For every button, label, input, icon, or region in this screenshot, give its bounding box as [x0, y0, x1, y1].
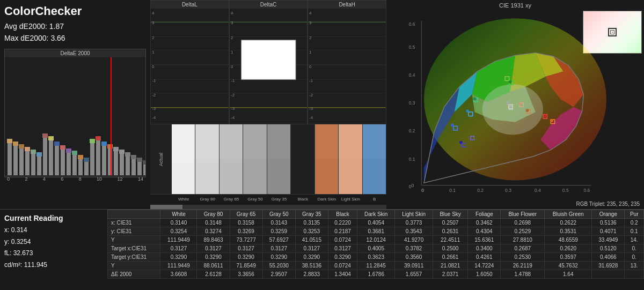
delta-h-panel: DeltaH 3 2 1 0: [308, 0, 386, 124]
cell-3-4: 0.3127: [295, 244, 328, 253]
scroll-bar[interactable]: [150, 205, 386, 209]
svg-text:0: 0: [152, 64, 155, 69]
svg-text:2: 2: [152, 35, 155, 40]
svg-text:0.2: 0.2: [409, 128, 415, 133]
svg-text:-2: -2: [309, 93, 313, 98]
data-table-wrapper[interactable]: WhiteGray 80Gray 65Gray 50Gray 35BlackDa…: [107, 210, 644, 290]
bar-item: [101, 142, 107, 175]
svg-text:3: 3: [152, 20, 155, 25]
cell-1-9: 0.4304: [468, 227, 501, 236]
cie-panel: CIE 1931 xy ⊡: [386, 0, 644, 209]
actual-patch-4: [267, 124, 291, 159]
cell-6-10: 1.4788: [501, 270, 545, 279]
bar-fill: [25, 151, 30, 175]
svg-text:-4: -4: [309, 115, 313, 120]
bar-item: [48, 136, 54, 175]
svg-text:4: 4: [152, 11, 155, 16]
bar-item: [60, 145, 65, 175]
bottom-section: Current Reading x: 0.314 y: 0.3254 fL: 3…: [0, 209, 644, 290]
svg-text:1: 1: [152, 50, 155, 55]
cell-5-7: 39.0911: [395, 262, 433, 270]
cell-4-13: 0.: [625, 253, 644, 262]
svg-text:0.1: 0.1: [409, 157, 415, 162]
cell-5-0: 111.9449: [160, 262, 197, 270]
cell-1-2: 0.3269: [230, 227, 262, 236]
cell-5-4: 38.5136: [295, 262, 328, 270]
cell-4-1: 0.3290: [197, 253, 230, 262]
svg-text:0: 0: [309, 64, 312, 69]
col-header-8: Light Skin: [395, 210, 433, 219]
color-swatch: [31, 150, 36, 154]
cell-4-9: 0.4261: [468, 253, 501, 262]
cell-6-4: 2.8833: [295, 270, 328, 279]
x-4: 4: [43, 176, 46, 182]
bar-item: [42, 133, 48, 175]
svg-text:1: 1: [309, 50, 312, 55]
y-value: y: 0.3254: [4, 236, 103, 248]
color-swatch: [72, 151, 77, 155]
cell-3-7: 0.3782: [395, 244, 433, 253]
target-patch-8: [363, 159, 386, 194]
cell-1-11: 0.3531: [545, 227, 592, 236]
cell-2-10: 27.8810: [501, 236, 545, 244]
cell-6-1: 2.6128: [197, 270, 230, 279]
bar-fill: [55, 146, 59, 175]
color-swatch: [143, 160, 145, 165]
svg-text:-1: -1: [309, 78, 313, 83]
color-swatch: [113, 147, 119, 151]
cell-2-9: 15.6361: [468, 236, 501, 244]
bar-fill: [84, 162, 89, 175]
cell-4-0: 0.3290: [160, 253, 197, 262]
bar-item: [19, 144, 24, 175]
bar-fill: [96, 140, 100, 175]
cie-svg: 0 0.1 0.2 0.3 0.4 0.5 0.6 0 0 0.1 0.2 0.…: [386, 11, 644, 193]
bar-item: [84, 158, 89, 175]
bar-item: [36, 152, 42, 175]
svg-text:0.1: 0.1: [449, 188, 456, 193]
bar-fill: [102, 146, 106, 175]
patch-gray80: Gray 80: [195, 195, 219, 205]
cell-6-6: 1.6786: [357, 270, 395, 279]
current-reading-values: x: 0.314 y: 0.3254 fL: 32.673 cd/m²: 111…: [4, 225, 103, 271]
svg-text:-1: -1: [152, 78, 156, 83]
chart-title: DeltaE 2000: [5, 49, 145, 57]
color-patches-row: Actual: [150, 124, 386, 194]
cell-5-6: 11.2845: [357, 262, 395, 270]
top-section: ColorChecker Avg dE2000: 1.87 Max dE2000…: [0, 0, 644, 209]
svg-text:0.6: 0.6: [409, 21, 415, 27]
cell-1-12: 0.4071: [592, 227, 625, 236]
svg-text:0.4: 0.4: [535, 188, 541, 193]
color-swatch: [66, 148, 71, 153]
bar-fill: [120, 154, 124, 175]
bar-item: [119, 150, 125, 175]
svg-text:0.6: 0.6: [584, 188, 590, 193]
bar-item: [125, 152, 130, 175]
color-swatch: [7, 139, 12, 143]
cell-5-11: 45.7632: [545, 262, 592, 270]
delta-l-svg: 3 2 1 0 -1 -2 -3 -4 4: [151, 9, 229, 121]
cell-0-9: 0.3462: [468, 219, 501, 227]
patch-white: White: [172, 195, 195, 205]
color-swatch: [96, 136, 101, 140]
red-line-marker: [111, 57, 112, 175]
cell-4-7: 0.3560: [395, 253, 433, 262]
svg-point-98: [459, 141, 463, 144]
cell-2-5: 0.0724: [328, 236, 357, 244]
cell-2-7: 41.9270: [395, 236, 433, 244]
col-header-10: Foliage: [468, 210, 501, 219]
actual-patch-5: [291, 124, 314, 159]
delta-c-panel: DeltaC 3 2: [229, 0, 308, 124]
x-8: 8: [79, 176, 82, 182]
bar-item: [143, 160, 145, 175]
scroll-thumb[interactable]: [150, 205, 182, 209]
svg-text:0.3: 0.3: [409, 100, 415, 106]
cell-0-7: 0.3773: [395, 219, 433, 227]
cie-title: CIE 1931 xy: [386, 0, 644, 11]
color-swatch: [60, 145, 65, 150]
table-row: Y111.944989.846373.727757.692741.05150.0…: [108, 236, 644, 244]
svg-text:0.5: 0.5: [562, 188, 569, 193]
col-header-4: Gray 50: [262, 210, 295, 219]
col-header-14: Pur: [625, 210, 644, 219]
color-swatch: [13, 142, 18, 146]
bar-fill: [43, 138, 47, 175]
